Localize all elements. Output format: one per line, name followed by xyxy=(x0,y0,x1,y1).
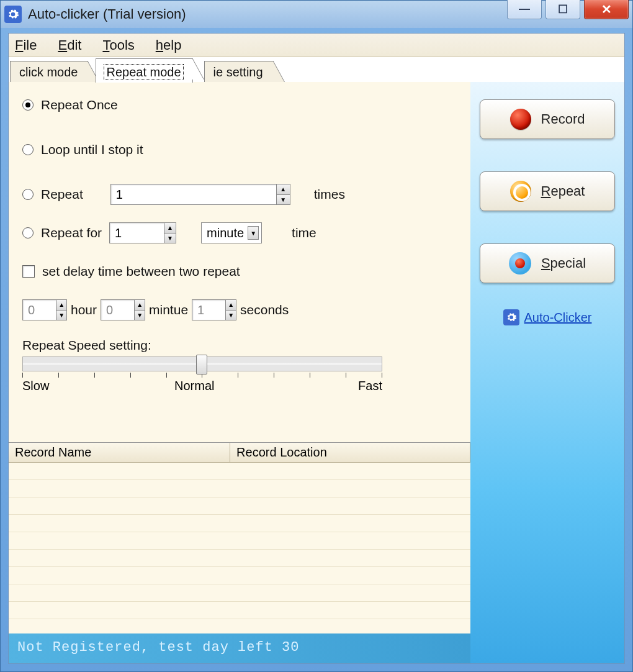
repeat-for-suffix: time xyxy=(292,225,316,240)
delay-minute-input[interactable] xyxy=(101,300,134,320)
speed-slider-thumb[interactable] xyxy=(196,355,207,375)
repeat-n-input[interactable] xyxy=(111,184,276,204)
dropdown-arrow-icon: ▼ xyxy=(248,226,259,240)
table-header-record-name[interactable]: Record Name xyxy=(9,443,230,462)
delay-minute-label: mintue xyxy=(149,302,188,317)
speed-label: Repeat Speed setting: xyxy=(22,338,457,353)
table-row[interactable] xyxy=(9,463,470,480)
table-row[interactable] xyxy=(9,602,470,619)
app-gear-icon xyxy=(4,6,22,23)
table-header-record-location[interactable]: Record Location xyxy=(230,443,470,462)
client-area: File Edit Tools help click mode Repeat m… xyxy=(8,33,625,664)
tab-label: ie setting xyxy=(213,65,263,79)
radio-loop-label: Loop until I stop it xyxy=(41,142,143,157)
special-button[interactable]: Special xyxy=(480,243,615,283)
delay-seconds-spinner[interactable]: ▲▼ xyxy=(192,299,236,320)
table-row[interactable] xyxy=(9,497,470,515)
status-bar: Not Registered, test day left 30 xyxy=(9,633,470,663)
delay-checkbox[interactable] xyxy=(22,265,35,278)
repeat-for-spinner[interactable]: ▲▼ xyxy=(109,222,176,243)
radio-loop-until-stop[interactable] xyxy=(22,144,34,155)
repeat-n-spinner[interactable]: ▲▼ xyxy=(110,184,290,205)
record-icon xyxy=(510,109,531,130)
repeat-button-label: Repeat xyxy=(541,183,585,199)
menu-file[interactable]: File xyxy=(15,37,37,53)
spinner-buttons[interactable]: ▲▼ xyxy=(225,300,236,320)
delay-seconds-input[interactable] xyxy=(192,300,225,320)
menu-edit[interactable]: Edit xyxy=(58,37,81,53)
minimize-button[interactable]: — xyxy=(507,0,542,19)
main-area: Repeat Once Loop until I stop it Repeat … xyxy=(9,82,624,663)
speed-normal-label: Normal xyxy=(174,379,214,393)
table-row[interactable] xyxy=(9,515,470,532)
window: Auto-clicker (Trial version) — ☐ ✕ File … xyxy=(0,0,633,672)
repeat-n-suffix: times xyxy=(314,187,345,202)
record-button-label: Record xyxy=(541,111,585,127)
tab-click-mode[interactable]: click mode xyxy=(10,61,88,82)
repeat-for-unit-value: minute xyxy=(207,226,244,240)
tab-row: click mode Repeat mode ie setting xyxy=(9,57,624,82)
gear-icon xyxy=(503,309,519,325)
table-row[interactable] xyxy=(9,532,470,550)
side-buttons-panel: Record Repeat Special Auto-Clicker xyxy=(470,82,624,663)
record-button[interactable]: Record xyxy=(480,99,615,139)
delay-hour-input[interactable] xyxy=(23,300,56,320)
menu-tools[interactable]: Tools xyxy=(102,37,134,53)
record-table: Record Name Record Location xyxy=(9,442,470,633)
spinner-buttons[interactable]: ▲▼ xyxy=(134,300,145,320)
radio-repeat-for-label: Repeat for xyxy=(41,225,102,240)
radio-repeat-once-label: Repeat Once xyxy=(41,98,118,112)
delay-hour-label: hour xyxy=(71,302,97,317)
tab-label: click mode xyxy=(19,65,78,79)
auto-clicker-link-row: Auto-Clicker xyxy=(503,309,592,325)
radio-repeat-n-label: Repeat xyxy=(41,187,83,202)
maximize-button[interactable]: ☐ xyxy=(545,0,580,19)
speed-slider[interactable] xyxy=(22,356,382,371)
repeat-icon xyxy=(510,181,531,202)
speed-fast-label: Fast xyxy=(358,379,382,393)
close-button[interactable]: ✕ xyxy=(584,0,629,19)
menu-help[interactable]: help xyxy=(156,37,182,53)
titlebar[interactable]: Auto-clicker (Trial version) — ☐ ✕ xyxy=(1,1,632,28)
radio-repeat-once[interactable] xyxy=(22,99,34,111)
tab-label: Repeat mode xyxy=(105,65,182,79)
repeat-panel: Repeat Once Loop until I stop it Repeat … xyxy=(9,82,470,663)
table-row[interactable] xyxy=(9,550,470,567)
spinner-buttons[interactable]: ▲▼ xyxy=(276,184,290,204)
auto-clicker-link[interactable]: Auto-Clicker xyxy=(524,311,592,325)
radio-repeat-for[interactable] xyxy=(22,227,34,238)
menubar: File Edit Tools help xyxy=(9,34,624,57)
spinner-buttons[interactable]: ▲▼ xyxy=(56,300,66,320)
delay-seconds-label: seconds xyxy=(240,302,289,317)
table-row[interactable] xyxy=(9,584,470,602)
special-icon xyxy=(509,252,531,275)
delay-checkbox-label: set delay time between two repeat xyxy=(42,264,240,279)
delay-hour-spinner[interactable]: ▲▼ xyxy=(22,299,67,320)
repeat-button[interactable]: Repeat xyxy=(480,171,615,211)
table-row[interactable] xyxy=(9,567,470,584)
delay-minute-spinner[interactable]: ▲▼ xyxy=(101,299,145,320)
radio-repeat-n[interactable] xyxy=(22,189,34,200)
special-button-label: Special xyxy=(541,255,586,271)
status-text: Not Registered, test day left 30 xyxy=(17,640,299,655)
speed-slow-label: Slow xyxy=(22,379,49,393)
table-row[interactable] xyxy=(9,480,470,497)
table-rows[interactable] xyxy=(9,463,470,633)
spinner-buttons[interactable]: ▲▼ xyxy=(164,223,176,243)
tab-ie-setting[interactable]: ie setting xyxy=(204,61,274,82)
repeat-for-unit-select[interactable]: minute ▼ xyxy=(201,222,262,243)
repeat-for-input[interactable] xyxy=(110,223,164,243)
tab-repeat-mode[interactable]: Repeat mode xyxy=(96,58,192,83)
